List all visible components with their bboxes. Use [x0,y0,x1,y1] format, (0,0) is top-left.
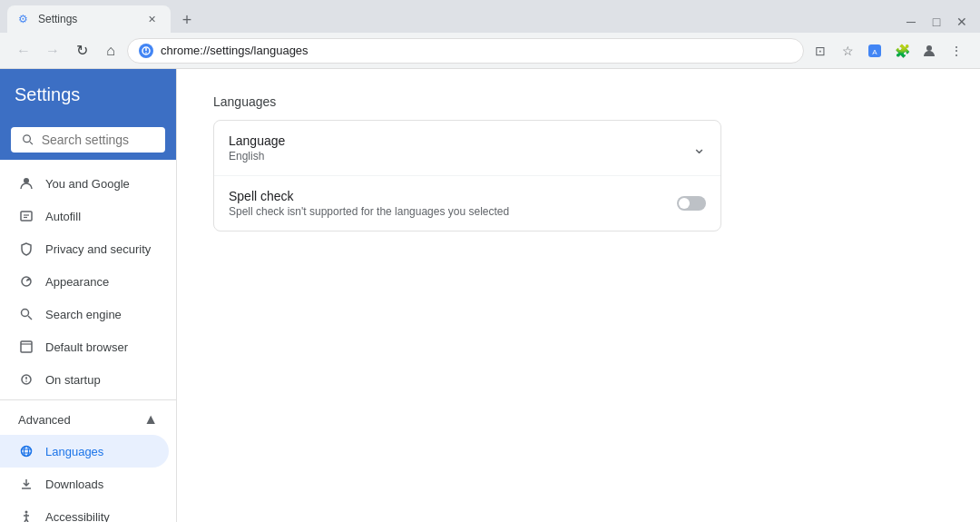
sidebar-item-label: Appearance [45,275,109,289]
chevron-up-icon: ▲ [143,411,158,428]
svg-point-6 [24,135,31,143]
site-info-icon [139,44,153,58]
search-box[interactable] [11,127,165,153]
svg-point-5 [926,45,932,51]
sidebar-item-autofill[interactable]: Autofill [0,200,176,232]
minimize-button[interactable]: ─ [900,11,922,33]
svg-line-14 [28,316,32,320]
svg-text:A: A [872,47,877,55]
svg-point-8 [24,178,29,183]
forward-button[interactable]: → [40,38,65,64]
svg-point-24 [25,511,28,514]
search-icon [18,306,34,322]
accessibility-icon [18,508,34,522]
advanced-label: Advanced [18,413,71,427]
language-value: English [229,150,285,163]
svg-point-13 [22,310,29,317]
nav-bar: ← → ↻ ⌂ chrome://settings/languages ⊡ ☆ … [0,33,980,69]
svg-point-19 [22,447,32,457]
browser-icon [18,339,34,355]
spellcheck-text: Spell check Spell check isn't supported … [229,189,509,218]
sidebar-item-default-browser[interactable]: Default browser [0,330,176,363]
tab-close-button[interactable]: ✕ [143,11,160,27]
sidebar-item-languages[interactable]: Languages [0,435,169,468]
address-bar[interactable]: chrome://settings/languages [127,38,804,64]
sidebar-item-label: Accessibility [45,510,110,523]
sidebar-item-downloads[interactable]: Downloads [0,468,176,500]
sidebar-divider [0,399,176,400]
download-icon [18,476,34,492]
sidebar-item-label: Autofill [45,210,81,223]
tab-bar: ⚙ Settings ✕ + ─ □ ✕ [0,0,980,33]
home-button[interactable]: ⌂ [98,38,123,64]
appearance-icon [18,273,34,290]
person-icon [18,175,34,192]
settings-top-bar: Settings [0,69,176,120]
autofill-icon [18,208,34,224]
sidebar-item-appearance[interactable]: Appearance [0,265,176,298]
toggle-knob [679,198,690,209]
main-area: Settings You and Google [0,69,980,522]
sidebar-item-label: You and Google [45,177,130,191]
settings-tab[interactable]: ⚙ Settings ✕ [7,5,171,33]
maximize-button[interactable]: □ [926,11,947,33]
shield-icon [18,241,34,257]
sidebar-item-accessibility[interactable]: Accessibility [0,500,176,522]
svg-point-20 [24,447,29,457]
sidebar-item-you-and-google[interactable]: You and Google [0,167,176,200]
settings-title: Settings [15,84,80,105]
sidebar-item-label: Downloads [45,478,103,491]
sidebar-item-privacy-security[interactable]: Privacy and security [0,232,176,265]
language-text: Language English [229,133,285,163]
profile-button[interactable] [916,38,942,64]
nav-right-controls: ⊡ ☆ A 🧩 ⋮ [808,38,969,64]
spellcheck-label: Spell check [229,189,509,203]
sidebar-item-label: Privacy and security [45,242,151,256]
language-item[interactable]: Language English ⌄ [214,121,720,176]
sidebar-nav: You and Google Autofill Privacy and secu… [0,160,176,522]
section-title: Languages [213,87,944,109]
sidebar-item-on-startup[interactable]: On startup [0,363,176,396]
language-label: Language [229,133,285,148]
bookmark-button[interactable]: ☆ [835,38,860,64]
cast-button[interactable]: ⊡ [808,38,833,64]
svg-rect-15 [21,341,32,352]
tab-favicon-icon: ⚙ [18,13,31,25]
svg-point-18 [25,380,27,382]
new-tab-button[interactable]: + [174,7,200,33]
browser-frame: ⚙ Settings ✕ + ─ □ ✕ ← → ↻ ⌂ chrome://se… [0,0,980,522]
sidebar-item-search-engine[interactable]: Search engine [0,298,176,330]
tab-title: Settings [38,13,136,25]
account-button[interactable]: A [862,38,887,64]
svg-rect-9 [21,212,32,221]
spellcheck-item: Spell check Spell check isn't supported … [214,176,720,231]
startup-icon [18,371,34,388]
close-button[interactable]: ✕ [951,11,973,33]
languages-card: Language English ⌄ Spell check Spell che… [213,120,721,231]
spellcheck-toggle[interactable] [677,196,706,211]
extensions-button[interactable]: 🧩 [889,38,915,64]
chevron-down-icon: ⌄ [692,138,706,158]
sidebar-item-label: On startup [45,373,101,387]
search-input[interactable] [42,133,154,147]
languages-section: Languages Language English ⌄ Spell check [213,87,944,231]
tab-right-controls: ─ □ ✕ [900,11,973,33]
content-area: Languages Language English ⌄ Spell check [177,69,980,522]
reload-button[interactable]: ↻ [69,38,94,64]
sidebar-item-label: Default browser [45,340,128,354]
menu-button[interactable]: ⋮ [944,38,969,64]
sidebar-item-label: Search engine [45,308,122,321]
svg-line-7 [30,142,33,144]
back-button[interactable]: ← [11,38,36,64]
search-icon [22,133,34,147]
sidebar-item-label: Languages [45,445,103,458]
sidebar: Settings You and Google [0,69,177,522]
url-text: chrome://settings/languages [161,44,792,57]
advanced-header[interactable]: Advanced ▲ [0,404,176,435]
globe-icon [18,443,34,459]
svg-point-2 [145,52,147,54]
spellcheck-sublabel: Spell check isn't supported for the lang… [229,205,509,218]
